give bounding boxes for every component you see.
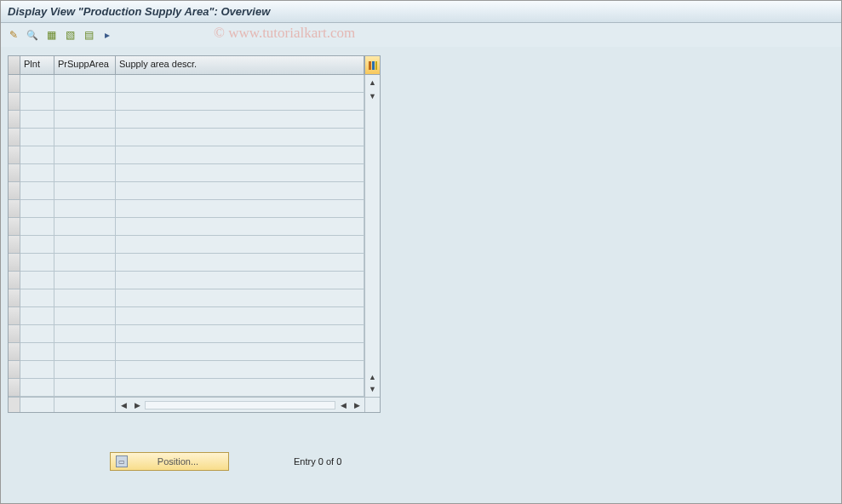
svg-rect-2 (375, 61, 377, 70)
table-row[interactable] (9, 146, 364, 164)
grid-body: ▲ ▼ ▲ ▼ (9, 75, 380, 397)
table-row[interactable] (9, 236, 364, 254)
data-grid: Plnt PrSuppArea Supply area descr. (8, 55, 381, 413)
row-selector-header[interactable] (9, 56, 20, 74)
vertical-scrollbar[interactable]: ▲ ▼ ▲ ▼ (364, 75, 380, 397)
table-row[interactable] (9, 343, 364, 361)
scroll-track[interactable] (145, 401, 335, 410)
hscroll-corner-left (9, 398, 20, 412)
scroll-left-icon[interactable]: ◀ (117, 399, 129, 411)
grid-header: Plnt PrSuppArea Supply area descr. (9, 56, 380, 75)
watermark-text: © www.tutorialkart.com (214, 25, 355, 42)
column-header-supply-area-descr[interactable]: Supply area descr. (116, 56, 364, 74)
table-row[interactable] (9, 218, 364, 236)
table-row[interactable] (9, 325, 364, 343)
grid-rows (9, 75, 364, 397)
table-row[interactable] (9, 289, 364, 307)
table-row[interactable] (9, 307, 364, 325)
table-row[interactable] (9, 93, 364, 111)
table-row[interactable] (9, 182, 364, 200)
hscroll-corner-right (364, 398, 380, 412)
table-row[interactable] (9, 129, 364, 146)
table-row[interactable] (9, 379, 364, 397)
column-header-plnt[interactable]: Plnt (20, 56, 54, 74)
horizontal-scrollbar[interactable]: ◀ ▶ ◀ ▶ (116, 398, 364, 412)
table-row[interactable] (9, 272, 364, 289)
table-row[interactable] (9, 200, 364, 218)
horizontal-scrollbar-row: ◀ ▶ ◀ ▶ (9, 397, 380, 412)
scroll-down2-icon[interactable]: ▼ (367, 383, 379, 395)
table-row[interactable] (9, 164, 364, 182)
position-icon: ▭ (116, 455, 128, 467)
deselect-all-icon[interactable]: ▤ (81, 27, 96, 43)
toolbar: ✎ 🔍 ▦ ▧ ▤ ▸ © www.tutorialkart.com (1, 23, 841, 47)
table-row[interactable] (9, 361, 364, 379)
table-settings-icon[interactable] (364, 56, 380, 74)
scroll-up-icon[interactable]: ▲ (367, 77, 379, 89)
position-button-label: Position... (133, 456, 223, 467)
scroll-left2-icon[interactable]: ◀ (337, 399, 349, 411)
entry-count-text: Entry 0 of 0 (294, 456, 341, 467)
hscroll-pad (54, 398, 116, 412)
table-row[interactable] (9, 111, 364, 129)
expand-icon[interactable]: ▸ (100, 27, 115, 43)
edit-icon[interactable]: ✎ (6, 27, 21, 43)
scroll-right-icon[interactable]: ▶ (131, 399, 143, 411)
glasses-icon[interactable]: 🔍 (25, 27, 40, 43)
scroll-right2-icon[interactable]: ▶ (351, 399, 363, 411)
select-all-icon[interactable]: ▦ (43, 27, 59, 43)
svg-rect-0 (369, 61, 371, 70)
scroll-down-icon[interactable]: ▼ (367, 90, 379, 102)
window-title: Display View "Production Supply Area": O… (1, 1, 841, 23)
position-button[interactable]: ▭ Position... (110, 452, 229, 471)
hscroll-pad (20, 398, 54, 412)
column-header-prsupparea[interactable]: PrSuppArea (54, 56, 116, 74)
select-block-icon[interactable]: ▧ (62, 27, 77, 43)
table-row[interactable] (9, 75, 364, 93)
footer-row: ▭ Position... Entry 0 of 0 (8, 452, 834, 471)
table-row[interactable] (9, 254, 364, 272)
scroll-up2-icon[interactable]: ▲ (367, 371, 379, 383)
content-area: Plnt PrSuppArea Supply area descr. (1, 47, 841, 479)
svg-rect-1 (372, 61, 375, 70)
